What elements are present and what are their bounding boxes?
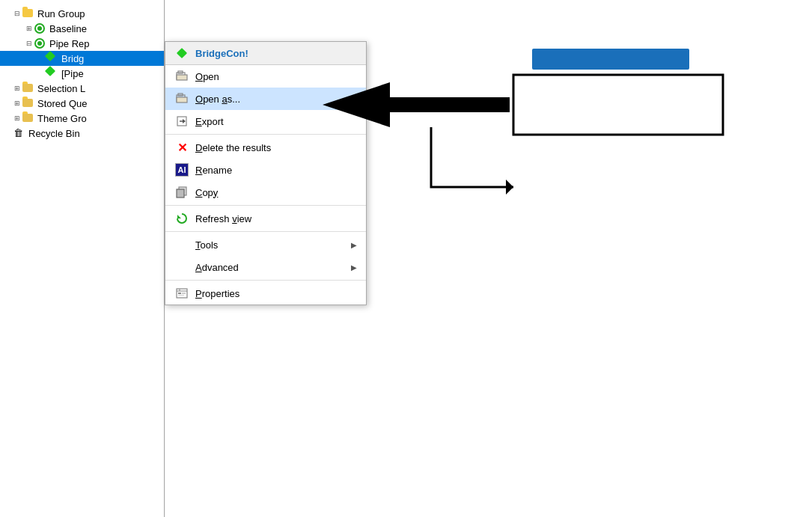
pipe-icon-pipe-rep [34, 37, 46, 49]
menu-item-properties[interactable]: Properties [165, 282, 366, 305]
tools-submenu-arrow: ▶ [351, 241, 357, 249]
expand-icon-theme-gro[interactable]: ⊞ [12, 113, 22, 123]
menu-item-tools[interactable]: Tools ▶ [165, 233, 366, 256]
annotation-svg [315, 37, 734, 277]
menu-item-refresh[interactable]: Refresh view [165, 207, 366, 230]
menu-advanced-label: Advanced [195, 262, 351, 273]
svg-rect-18 [178, 293, 181, 294]
svg-rect-8 [177, 97, 187, 103]
svg-rect-19 [178, 295, 184, 296]
baseline-label: Baseline [49, 23, 87, 34]
diamond-icon-bridgecon [46, 52, 58, 64]
expand-icon-pipe-rep[interactable]: ⊟ [24, 38, 34, 49]
open-as-icon [174, 91, 189, 106]
tree-item-bridgecon[interactable]: Bridg [0, 51, 164, 66]
svg-rect-5 [177, 75, 187, 80]
tree-item-selection-l[interactable]: ⊞ Selection L [0, 81, 164, 96]
copy-icon [174, 185, 189, 200]
menu-delete-label: Delete the results [195, 142, 357, 153]
menu-tools-label: Tools [195, 239, 351, 251]
menu-item-bridgecon-title[interactable]: BridgeCon! [165, 42, 366, 65]
svg-marker-14 [177, 215, 181, 218]
delete-icon: ✕ [174, 140, 189, 155]
diamond-icon-menu-title [174, 46, 189, 61]
folder-icon-stored-que [22, 97, 34, 109]
bridgecon-label: Bridg [61, 53, 84, 64]
advanced-submenu-arrow: ▶ [351, 263, 357, 272]
menu-open-label: Open [195, 71, 357, 82]
pipe-icon-baseline [34, 22, 46, 34]
menu-item-copy[interactable]: Copy [165, 181, 366, 204]
tools-icon-spacer [174, 237, 189, 252]
menu-item-rename[interactable]: AI Rename [165, 159, 366, 181]
separator-4 [165, 280, 366, 281]
menu-rename-label: Rename [195, 165, 357, 176]
recycle-bin-label: Recycle Bin [28, 128, 80, 139]
diamond-icon-pipe-child [46, 67, 58, 79]
expand-icon-run-group[interactable]: ⊟ [12, 8, 22, 19]
menu-item-advanced[interactable]: Advanced ▶ [165, 256, 366, 278]
svg-rect-13 [177, 189, 184, 198]
pipe-rep-label: Pipe Rep [49, 38, 89, 49]
export-icon [174, 114, 189, 129]
menu-title-label: BridgeCon! [195, 48, 357, 59]
menu-open-as-label: Open as... [195, 94, 357, 105]
expand-icon-selection-l[interactable]: ⊞ [12, 83, 22, 94]
selection-l-label: Selection L [37, 83, 85, 94]
menu-item-export[interactable]: Export [165, 110, 366, 132]
tree-item-run-group[interactable]: ⊟ Run Group [0, 6, 164, 21]
tree-item-stored-que[interactable]: ⊞ Stored Que [0, 96, 164, 111]
tree-panel: ⊟ Run Group ⊞ Baseline ⊟ Pipe Rep Bridg [0, 0, 165, 517]
stored-que-label: Stored Que [37, 98, 88, 109]
advanced-icon-spacer [174, 260, 189, 275]
tree-item-baseline[interactable]: ⊞ Baseline [0, 21, 164, 36]
rename-icon: AI [174, 162, 189, 177]
open-icon [174, 69, 189, 84]
tree-item-pipe-rep[interactable]: ⊟ Pipe Rep [0, 36, 164, 51]
menu-properties-label: Properties [195, 288, 357, 299]
context-menu: BridgeCon! Open Open as... [165, 41, 367, 305]
menu-copy-label: Copy [195, 187, 357, 198]
folder-icon-run-group [22, 7, 34, 19]
tree-item-pipe-child[interactable]: [Pipe [0, 66, 164, 81]
folder-icon-selection-l [22, 82, 34, 94]
run-group-label: Run Group [37, 8, 85, 19]
menu-item-open[interactable]: Open [165, 65, 366, 88]
tree-item-recycle-bin[interactable]: 🗑 Recycle Bin [0, 126, 164, 141]
expand-icon-baseline[interactable]: ⊞ [24, 23, 34, 34]
svg-rect-20 [182, 293, 186, 294]
svg-marker-2 [506, 180, 513, 195]
blue-highlight-bar [532, 49, 689, 70]
separator-1 [165, 134, 366, 135]
svg-rect-0 [513, 75, 723, 135]
properties-icon [174, 286, 189, 301]
folder-icon-theme-gro [22, 112, 34, 124]
menu-refresh-label: Refresh view [195, 213, 357, 224]
menu-item-open-as[interactable]: Open as... [165, 88, 366, 110]
pipe-child-label: [Pipe [61, 68, 84, 79]
separator-3 [165, 231, 366, 232]
tree-item-theme-gro[interactable]: ⊞ Theme Gro [0, 111, 164, 126]
separator-2 [165, 205, 366, 206]
theme-gro-label: Theme Gro [37, 113, 87, 124]
svg-marker-11 [183, 119, 186, 123]
expand-icon-recycle [3, 128, 13, 138]
recycle-icon: 🗑 [13, 127, 25, 139]
refresh-icon [174, 211, 189, 226]
menu-export-label: Export [195, 116, 357, 127]
menu-item-delete[interactable]: ✕ Delete the results [165, 136, 366, 159]
expand-icon-stored-que[interactable]: ⊞ [12, 98, 22, 108]
